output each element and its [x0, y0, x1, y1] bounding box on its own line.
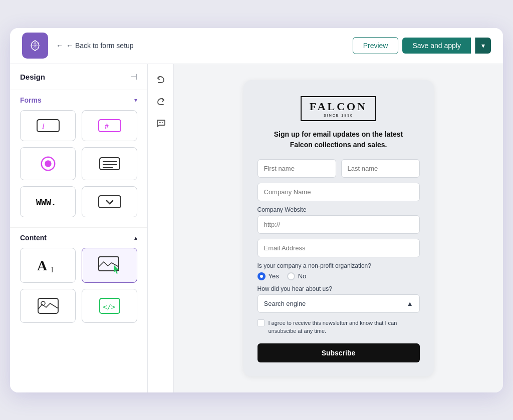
- no-radio[interactable]: [287, 272, 295, 280]
- dropdown-value: Search engine: [264, 300, 306, 307]
- svg-rect-3: [99, 120, 121, 132]
- app-container: ← ← Back to form setup Preview Save and …: [10, 28, 503, 392]
- svg-point-23: [162, 122, 163, 123]
- email-row: [258, 239, 420, 257]
- app-logo: [22, 33, 48, 59]
- back-arrow: ←: [56, 42, 63, 50]
- company-name-row: [258, 183, 420, 201]
- company-name-input[interactable]: [258, 183, 420, 201]
- image-widget[interactable]: [82, 248, 137, 283]
- code-widget[interactable]: </>: [82, 289, 137, 323]
- svg-text:WWW.: WWW.: [36, 198, 56, 207]
- svg-text:#: #: [105, 122, 109, 130]
- svg-rect-12: [99, 196, 121, 208]
- content-widget-grid: A I: [20, 246, 137, 325]
- subscribe-button[interactable]: Subscribe: [258, 343, 420, 362]
- forms-subsection-header[interactable]: Forms ▾: [20, 96, 137, 104]
- save-apply-button[interactable]: Save and apply: [402, 38, 471, 54]
- yes-radio[interactable]: [258, 272, 266, 280]
- falcon-logo: FALCON SINCE 1890: [301, 96, 376, 121]
- name-row: [258, 159, 420, 178]
- svg-text:A: A: [37, 258, 48, 273]
- hear-about-dropdown[interactable]: Search engine ▲: [258, 294, 420, 313]
- svg-text:I: I: [42, 123, 45, 130]
- consent-text: I agree to receive this newsletter and k…: [269, 319, 420, 335]
- yes-label: Yes: [269, 272, 279, 280]
- header-actions: Preview Save and apply ▾: [353, 37, 491, 54]
- radio-widget[interactable]: [20, 147, 76, 180]
- form-headline: Sign up for email updates on the latestF…: [258, 129, 420, 150]
- number-widget[interactable]: #: [82, 110, 137, 141]
- main-layout: Design ⊣ Forms ▾ I: [10, 64, 503, 392]
- consent-checkbox-row: I agree to receive this newsletter and k…: [258, 319, 420, 335]
- text-input-widget[interactable]: I: [20, 110, 76, 141]
- design-collapse-icon[interactable]: ⊣: [130, 72, 137, 82]
- svg-point-6: [45, 160, 51, 167]
- no-label: No: [298, 272, 307, 280]
- website-label: Company Website: [258, 206, 420, 213]
- sidebar: Design ⊣ Forms ▾ I: [10, 64, 148, 392]
- content-subsection: Content ▴ A I: [10, 228, 147, 331]
- header: ← ← Back to form setup Preview Save and …: [10, 28, 503, 64]
- typography-widget[interactable]: A I: [20, 248, 76, 283]
- consent-checkbox[interactable]: [258, 319, 265, 326]
- website-input[interactable]: [258, 215, 420, 234]
- save-apply-dropdown-button[interactable]: ▾: [475, 38, 491, 54]
- forms-subsection: Forms ▾ I #: [10, 90, 147, 228]
- svg-text:</>: </>: [103, 303, 115, 311]
- hear-about-question: How did you hear about us?: [258, 285, 420, 292]
- photo-widget[interactable]: [20, 289, 76, 323]
- last-name-input[interactable]: [341, 159, 420, 178]
- content-subsection-header[interactable]: Content ▴: [20, 234, 137, 242]
- email-input[interactable]: [258, 239, 420, 257]
- url-widget[interactable]: WWW.: [20, 186, 76, 217]
- svg-text:I: I: [51, 266, 54, 274]
- content-arrow: ▴: [134, 234, 137, 241]
- no-radio-label[interactable]: No: [287, 272, 307, 280]
- svg-point-21: [159, 122, 160, 123]
- nonprofit-group: Is your company a non-profit organizatio…: [258, 262, 420, 280]
- comment-button[interactable]: [152, 114, 170, 132]
- canvas-area: FALCON SINCE 1890 Sign up for email upda…: [174, 64, 503, 392]
- svg-point-22: [160, 122, 161, 123]
- dropdown-chevron-icon: ▲: [407, 300, 413, 307]
- first-name-input[interactable]: [258, 159, 336, 178]
- falcon-logo-text: FALCON: [310, 100, 367, 113]
- preview-button[interactable]: Preview: [353, 37, 399, 54]
- lines-widget[interactable]: [82, 147, 137, 180]
- forms-arrow: ▾: [134, 97, 137, 104]
- yes-radio-label[interactable]: Yes: [258, 272, 279, 280]
- hear-about-group: How did you hear about us? Search engine…: [258, 285, 420, 313]
- dropdown-widget[interactable]: [82, 186, 137, 217]
- redo-button[interactable]: [152, 92, 170, 110]
- design-section-header: Design ⊣: [10, 64, 147, 90]
- design-title: Design: [20, 73, 45, 81]
- icon-toolbar: [148, 64, 174, 392]
- forms-label: Forms: [20, 96, 42, 104]
- forms-widget-grid: I #: [20, 106, 137, 221]
- form-logo-area: FALCON SINCE 1890: [258, 96, 420, 121]
- website-group: Company Website: [258, 206, 420, 234]
- radio-group: Yes No: [258, 272, 420, 280]
- nonprofit-question: Is your company a non-profit organizatio…: [258, 262, 420, 269]
- back-link[interactable]: ← ← Back to form setup: [56, 42, 345, 50]
- content-label: Content: [20, 234, 47, 242]
- back-label: ← Back to form setup: [66, 42, 134, 50]
- falcon-logo-sub: SINCE 1890: [324, 114, 353, 117]
- svg-rect-1: [37, 120, 59, 132]
- undo-button[interactable]: [152, 70, 170, 88]
- form-card: FALCON SINCE 1890 Sign up for email upda…: [243, 80, 434, 376]
